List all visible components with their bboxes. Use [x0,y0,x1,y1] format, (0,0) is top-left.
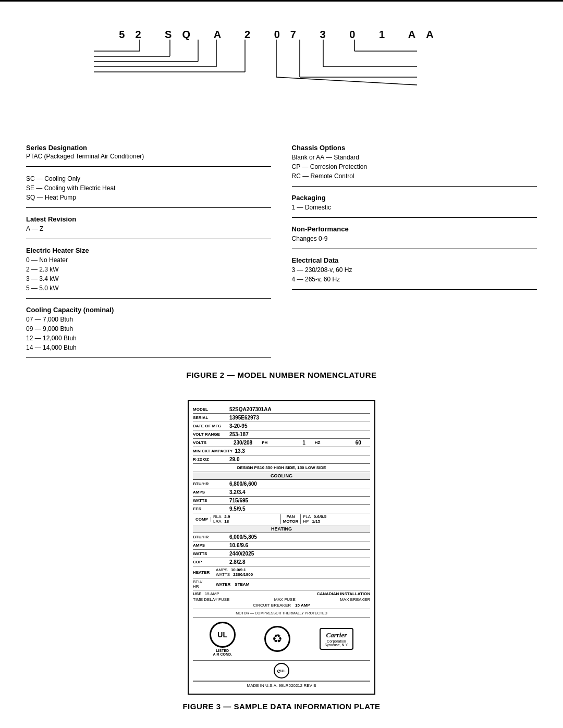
svg-text:52  SQ  A  2  07  3  0  1  AA: 52 SQ A 2 07 3 0 1 AA [119,29,444,40]
use-row: USE 15 AMP CANADIAN INSTALLATION TIME DE… [193,590,370,609]
figure2-caption: FIGURE 2 — MODEL NUMBER NOMENCLATURE [21,371,542,379]
date-value: 3-20-95 [229,423,247,429]
cooling-section-title: COOLING [193,472,370,480]
right-definitions: Chassis Options Blank or AA — Standard C… [292,144,537,365]
comp-label: COMP [195,517,208,522]
btu-cool-value: 6,800/6,600 [229,481,257,487]
ul-c-logo: cUL [274,663,289,678]
non-performance-block: Non-Performance Changes 0-9 [292,225,537,249]
btu-cool-row: BTU/HR 6,800/6,600 [193,480,370,488]
model-label: MODEL [193,407,229,412]
nomenclature-diagram-svg: 52 SQ A 2 07 3 0 1 AA [21,22,542,137]
chassis-options-title: Chassis Options [292,144,537,152]
min-fla-row: MIN CKT AMPACITY 13.3 [193,447,370,455]
watts-cool-label: WATTS [193,498,229,503]
figure2-section: 52 SQ A 2 07 3 0 1 AA [21,12,542,395]
fan-fla-label: FLA [303,514,310,519]
cooling-14: 14 — 14,000 Btuh [26,343,271,352]
heater-2: 2 — 2.3 kW [26,265,271,274]
volt-range-label: VOLT RANGE [193,432,229,437]
hz-value: 60 [356,440,361,446]
motor-hp-label: HP [303,519,309,524]
amps-cool-label: AMPS [193,490,229,495]
made-in-row: MADE IN U.S.A. 99LR520212 REV B [193,681,370,689]
water-label: WATER [216,582,230,587]
comp-rla-value: 2.9 [224,514,230,519]
latest-revision-title: Latest Revision [26,215,271,223]
heater-watts-row: WATTS 2300/1900 [216,572,370,577]
use-label: USE [193,591,201,596]
cooling-capacity-block: Cooling Capacity (nominal) 07 — 7,000 Bt… [26,306,271,358]
design-ps-row: DESIGN PS10 350 HIGH SIDE, 150 LOW SIDE [193,464,370,472]
series-designation-block: Series Designation PTAC (Packaged Termin… [26,144,271,167]
figure3-section: MODEL 52SQA207301AA SERIAL 1395E62973 DA… [21,400,542,721]
heater-amps-label: AMPS [216,567,228,572]
cooling-12: 12 — 12,000 Btuh [26,334,271,343]
motor-note: MOTOR — COMPRESSOR THERMALLY PROTECTED [236,611,327,615]
watts-heat-value: 2440/2025 [229,551,254,557]
steam-label: STEAM [235,582,249,587]
chassis-rc: RC — Remote Control [292,171,537,181]
packaging-block: Packaging 1 — Domestic [292,194,537,218]
max-breaker-label: MAX BREAKER [340,597,370,602]
latest-revision-item: A — Z [26,224,271,233]
model-value: 52SQA207301AA [229,406,272,412]
ul-logo-section: UL LISTEDAIR COND. [210,622,236,656]
btu-cool-label: BTU/HR [193,482,229,486]
cooling-07: 07 — 7,000 Btuh [26,315,271,324]
heater-5: 5 — 5.0 kW [26,283,271,293]
use-value: 15 AMP [205,591,219,596]
eer-value: 9.5/9.5 [229,506,246,512]
heater-0: 0 — No Heater [26,255,271,265]
amps-heat-row: AMPS 10.6/9.6 [193,541,370,550]
non-performance-item: Changes 0-9 [292,234,537,243]
electrical-data-title: Electrical Data [292,256,537,264]
cop-row: COP 2.8/2.8 [193,558,370,566]
volt-range-row: VOLT RANGE 253-187 [193,430,370,439]
packaging-title: Packaging [292,194,537,202]
ph-value: 1 [302,440,305,446]
water-row: BTU/HR WATER STEAM [193,578,370,590]
comp-lra-value: 18 [224,519,229,524]
packaging-1: 1 — Domestic [292,203,537,212]
nomenclature-definitions: Series Designation PTAC (Packaged Termin… [21,144,542,365]
watts-heat-row: WATTS 2440/2025 [193,550,370,558]
comp-rla-row: RLA 2.9 [213,514,278,519]
motor-hp-value: 1/15 [312,519,321,524]
left-definitions: Series Designation PTAC (Packaged Termin… [26,144,271,365]
heating-section-title: HEATING [193,525,370,533]
carrier-name-plate: Carrier [326,631,347,639]
eer-label: EER [193,507,229,511]
main-content: 52 SQ A 2 07 3 0 1 AA [0,2,563,721]
fan-fla-row: FLA 0.6/0.5 [303,514,368,519]
series-designation-subtitle: PTAC (Packaged Terminal Air Conditioner) [26,153,271,160]
volt-range-value: 253-187 [229,431,249,437]
heater-amps-value: 10.0/9.1 [231,567,246,572]
model-row: MODEL 52SQA207301AA [193,405,370,414]
chassis-blank: Blank or AA — Standard [292,153,537,162]
electrical-data-block: Electrical Data 3 — 230/208-v, 60 Hz 4 —… [292,256,537,290]
amps-cool-value: 3.2/3.4 [229,489,246,495]
heater-row: HEATER AMPS 10.0/9.1 WATTS 2300/1900 [193,566,370,578]
btu-heat-row: BTU/HR 6,000/5,805 [193,533,370,541]
date-row: DATE OF MFG 3-20-95 [193,422,370,430]
circuit-row: CIRCUIT BREAKER 15 AMP [253,603,310,608]
watts-cool-value: 715/695 [229,498,248,503]
latest-revision-block: Latest Revision A — Z [26,215,271,239]
made-in-text: MADE IN U.S.A. 99LR520212 REV B [247,683,316,688]
non-performance-title: Non-Performance [292,225,537,233]
use-canadian-row: USE 15 AMP CANADIAN INSTALLATION [193,591,370,596]
series-sq: SQ — Heat Pump [26,193,271,202]
electric-heater-block: Electric Heater Size 0 — No Heater 2 — 2… [26,246,271,299]
canadian-label: CANADIAN INSTALLATION [317,591,370,596]
hz-label: HZ [315,440,351,445]
breaker-value: 15 AMP [295,603,310,608]
fan-fla-value: 0.6/0.5 [314,514,326,519]
comp-lra-row: LRA 18 [213,519,278,524]
r22-label: R-22 OZ [193,457,229,462]
eer-row: EER 9.5/9.5 [193,505,370,513]
amps-heat-value: 10.6/9.6 [229,542,248,548]
cop-value: 2.8/2.8 [229,559,246,565]
btu-heat-label: BTU/HR [193,535,229,539]
ul-listed-text: LISTEDAIR COND. [213,649,232,656]
